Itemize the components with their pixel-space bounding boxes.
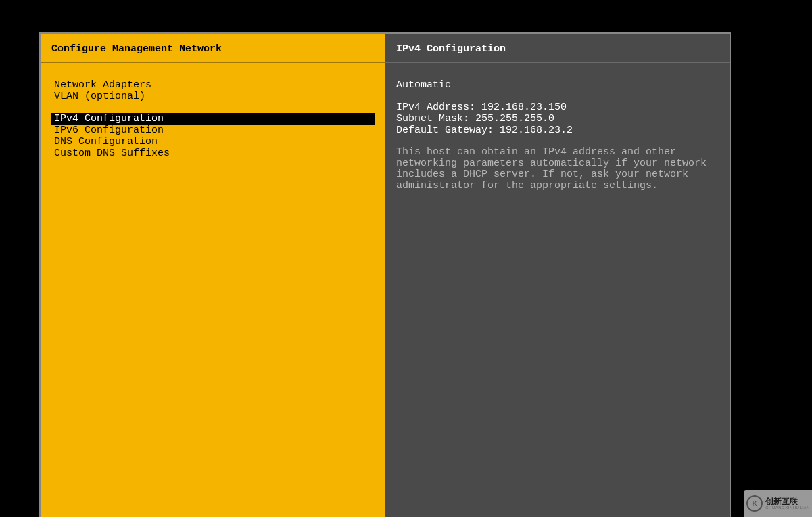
subnet-mask-label: Subnet Mask: (396, 113, 469, 125)
watermark-logo-icon: K (746, 495, 763, 512)
ipv4-address-line: IPv4 Address: 192.168.23.150 (396, 102, 719, 113)
default-gateway-line: Default Gateway: 192.168.23.2 (396, 125, 719, 136)
watermark-sub: CHUANGXINHULIAN (765, 505, 810, 510)
help-text: This host can obtain an IPv4 address and… (396, 147, 719, 192)
console-window: Configure Management Network Network Ada… (39, 32, 731, 517)
subnet-mask-line: Subnet Mask: 255.255.255.0 (396, 113, 719, 125)
left-pane: Configure Management Network Network Ada… (41, 34, 385, 517)
watermark: K 创新互联 CHUANGXINHULIAN (744, 490, 812, 517)
default-gateway-value: 192.168.23.2 (500, 125, 573, 136)
menu-item-ipv6-configuration[interactable]: IPv6 Configuration (51, 125, 375, 136)
menu-item-dns-configuration[interactable]: DNS Configuration (51, 136, 375, 148)
watermark-main: 创新互联 (765, 497, 810, 505)
right-pane-title: IPv4 Configuration (385, 34, 730, 63)
ipv4-mode: Automatic (396, 79, 719, 91)
menu-item-network-adapters[interactable]: Network Adapters (51, 79, 375, 91)
left-pane-title: Configure Management Network (41, 34, 385, 63)
ipv4-address-value: 192.168.23.150 (481, 102, 567, 113)
subnet-mask-value: 255.255.255.0 (475, 113, 554, 125)
right-pane: IPv4 Configuration Automatic IPv4 Addres… (385, 34, 730, 517)
menu-item-vlan[interactable]: VLAN (optional) (51, 91, 375, 102)
default-gateway-label: Default Gateway: (396, 125, 494, 136)
ipv4-address-label: IPv4 Address: (396, 102, 475, 113)
menu-item-ipv4-configuration[interactable]: IPv4 Configuration (51, 113, 375, 125)
menu-group-2: IPv4 Configuration IPv6 Configuration DN… (51, 113, 375, 159)
watermark-text: 创新互联 CHUANGXINHULIAN (765, 497, 810, 510)
menu-group-1: Network Adapters VLAN (optional) (51, 79, 375, 102)
right-details: Automatic IPv4 Address: 192.168.23.150 S… (385, 63, 730, 202)
left-menu: Network Adapters VLAN (optional) IPv4 Co… (41, 63, 385, 181)
menu-item-custom-dns-suffixes[interactable]: Custom DNS Suffixes (51, 148, 375, 159)
